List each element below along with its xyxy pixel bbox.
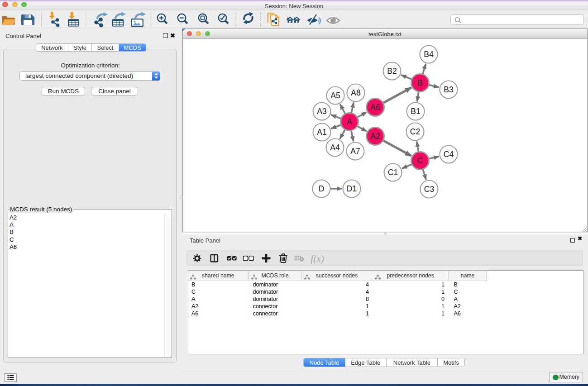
svg-text:A2: A2 (370, 132, 380, 141)
svg-text:D1: D1 (347, 184, 357, 193)
svg-text:A3: A3 (317, 107, 326, 116)
svg-text:B2: B2 (387, 67, 397, 76)
svg-text:C1: C1 (388, 168, 398, 177)
svg-text:C2: C2 (410, 127, 420, 136)
svg-text:A6: A6 (370, 103, 380, 112)
svg-text:A: A (347, 117, 352, 126)
svg-text:B1: B1 (411, 107, 420, 116)
svg-text:A7: A7 (350, 147, 360, 156)
svg-text:C: C (417, 156, 423, 165)
svg-text:A8: A8 (351, 88, 360, 97)
svg-text:C3: C3 (424, 185, 434, 194)
svg-text:D: D (319, 184, 325, 193)
svg-text:B4: B4 (424, 50, 434, 59)
svg-text:f(x): f(x) (311, 253, 324, 264)
svg-text:C4: C4 (444, 150, 454, 159)
svg-text:A4: A4 (330, 143, 340, 152)
svg-text:A1: A1 (317, 128, 326, 137)
svg-text:A5: A5 (330, 91, 340, 100)
svg-text:B: B (417, 78, 423, 87)
svg-text:B3: B3 (444, 85, 453, 94)
